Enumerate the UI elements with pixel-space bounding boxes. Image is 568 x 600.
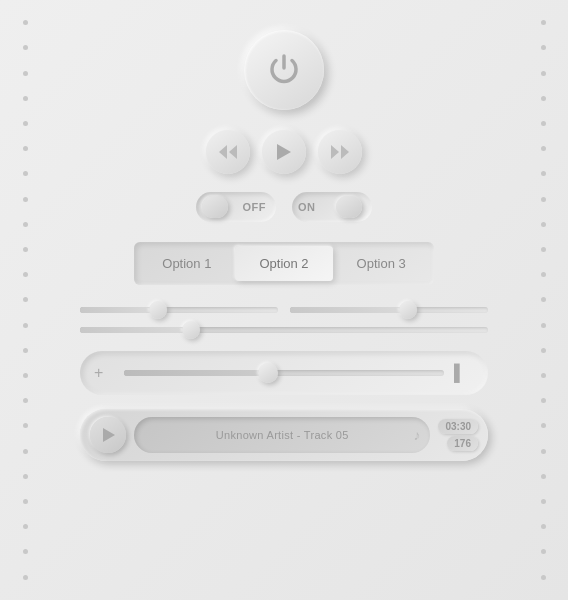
slider-track-1[interactable] <box>80 307 278 313</box>
option-row: Option 1 Option 2 Option 3 <box>134 242 433 285</box>
time-area: 03:30 176 <box>438 419 478 451</box>
toggle-knob-off <box>202 196 228 218</box>
dot <box>23 297 28 302</box>
dot <box>23 549 28 554</box>
dot <box>23 146 28 151</box>
dot <box>541 549 546 554</box>
dot <box>23 197 28 202</box>
dot <box>541 575 546 580</box>
dot <box>541 222 546 227</box>
toggle-on-label: ON <box>298 201 316 213</box>
dot <box>541 96 546 101</box>
track-area: Unknown Artist - Track 05 ♪ <box>134 417 430 453</box>
option-3-button[interactable]: Option 3 <box>333 246 430 281</box>
power-button[interactable] <box>244 30 324 110</box>
dot <box>541 499 546 504</box>
volume-bar[interactable]: + ▌ <box>80 351 488 395</box>
dot <box>541 146 546 151</box>
option-2-button[interactable]: Option 2 <box>235 246 332 281</box>
dot-border-right <box>528 0 558 600</box>
dot <box>23 348 28 353</box>
dot <box>541 20 546 25</box>
player-play-icon <box>103 428 115 442</box>
rewind-icon <box>219 145 237 159</box>
rewind-button[interactable] <box>206 130 250 174</box>
bitrate-badge: 176 <box>447 436 478 451</box>
volume-min-icon: + <box>94 364 114 382</box>
time-badge: 03:30 <box>438 419 478 434</box>
dot <box>23 71 28 76</box>
dot <box>541 297 546 302</box>
dot <box>541 197 546 202</box>
dot <box>541 348 546 353</box>
fastforward-button[interactable] <box>318 130 362 174</box>
dot <box>541 45 546 50</box>
music-player: Unknown Artist - Track 05 ♪ 03:30 176 <box>80 409 488 461</box>
power-icon <box>266 52 302 88</box>
volume-fill <box>124 370 268 376</box>
dot <box>541 71 546 76</box>
play-icon <box>277 144 291 160</box>
dot <box>541 171 546 176</box>
svg-marker-4 <box>341 145 349 159</box>
option-1-button[interactable]: Option 1 <box>138 246 235 281</box>
toggle-off[interactable]: OFF <box>196 192 276 222</box>
player-play-button[interactable] <box>90 417 126 453</box>
dot <box>23 45 28 50</box>
svg-marker-2 <box>277 144 291 160</box>
dot <box>23 96 28 101</box>
music-note-icon: ♪ <box>413 427 420 443</box>
dot <box>23 373 28 378</box>
slider-full[interactable] <box>80 327 488 333</box>
media-controls <box>206 130 362 174</box>
slider-track-2[interactable] <box>290 307 488 313</box>
dot <box>23 474 28 479</box>
dot <box>541 247 546 252</box>
svg-marker-0 <box>219 145 227 159</box>
dot <box>541 272 546 277</box>
track-name: Unknown Artist - Track 05 <box>216 429 349 441</box>
sliders-section <box>80 307 488 333</box>
dot <box>23 423 28 428</box>
dot <box>23 20 28 25</box>
dot <box>541 524 546 529</box>
dot <box>541 121 546 126</box>
volume-max-icon: ▌ <box>454 364 474 382</box>
dot <box>23 222 28 227</box>
dot <box>541 423 546 428</box>
slider-row-1 <box>80 307 488 313</box>
dot <box>541 323 546 328</box>
dot-border-left <box>10 0 40 600</box>
dot <box>23 171 28 176</box>
toggle-off-label: OFF <box>243 201 267 213</box>
main-container: OFF ON Option 1 Option 2 Option 3 <box>0 0 568 600</box>
dot <box>541 373 546 378</box>
svg-marker-1 <box>229 145 237 159</box>
dot <box>23 272 28 277</box>
fastforward-icon <box>331 145 349 159</box>
dot <box>541 398 546 403</box>
dot <box>23 121 28 126</box>
volume-track[interactable] <box>124 370 444 376</box>
volume-thumb[interactable] <box>258 363 278 383</box>
svg-marker-5 <box>103 428 115 442</box>
toggle-row: OFF ON <box>196 192 372 222</box>
dot <box>541 474 546 479</box>
play-button[interactable] <box>262 130 306 174</box>
dot <box>23 499 28 504</box>
svg-marker-3 <box>331 145 339 159</box>
dot <box>23 575 28 580</box>
dot <box>541 449 546 454</box>
dot <box>23 323 28 328</box>
toggle-knob-on <box>336 196 362 218</box>
toggle-on[interactable]: ON <box>292 192 372 222</box>
dot <box>23 524 28 529</box>
dot <box>23 449 28 454</box>
dot <box>23 247 28 252</box>
dot <box>23 398 28 403</box>
